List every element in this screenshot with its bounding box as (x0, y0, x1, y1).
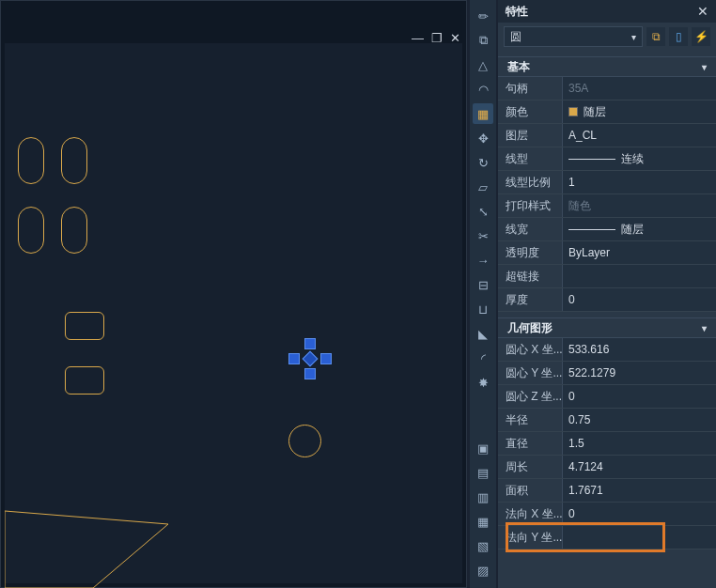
prop-area: 面积 1.7671 (498, 479, 716, 503)
explode-icon[interactable]: ✸ (473, 372, 493, 393)
prop-printstyle: 打印样式 随色 (498, 194, 716, 218)
section-label: 几何图形 (507, 320, 553, 336)
array-icon[interactable]: ▦ (473, 103, 493, 124)
prop-transparency: 透明度 ByLayer (498, 241, 716, 265)
panel-close-icon[interactable]: ✕ (697, 4, 708, 19)
prop-handle: 句柄 35A (498, 77, 716, 101)
drawing-canvas[interactable]: — ❐ ✕ (0, 0, 467, 588)
prop-radius: 半径 0.75 (498, 409, 716, 432)
color-swatch-icon (568, 107, 578, 116)
break-icon[interactable]: ⊟ (473, 274, 493, 295)
shape-slot (18, 137, 44, 184)
prop-hyperlink: 超链接 (498, 265, 716, 288)
shape-slot (61, 137, 87, 184)
shape-slot (18, 207, 44, 254)
panel-title: 特性 (506, 4, 528, 20)
panel-header: 特性 ✕ (498, 0, 716, 23)
select-objects-icon[interactable]: ▯ (669, 27, 688, 46)
fillet-icon[interactable]: ◜ (473, 348, 493, 368)
prop-thickness: 厚度 0 (498, 288, 716, 312)
layer-2-icon[interactable]: ▤ (473, 462, 493, 483)
prop-center-z: 圆心 Z 坐... 0 (498, 385, 716, 409)
line-sample-icon (568, 229, 615, 230)
layer-4-icon[interactable]: ▦ (473, 511, 493, 532)
selection-cursor (287, 336, 334, 383)
section-basic[interactable]: 基本 ▾ (498, 56, 716, 77)
prop-center-x: 圆心 X 坐... 533.616 (498, 338, 716, 362)
selector-value: 圆 (510, 29, 521, 45)
shape-polyline (5, 503, 268, 588)
layer-1-icon[interactable]: ▣ (473, 438, 493, 458)
move-icon[interactable]: ✥ (473, 128, 493, 148)
prop-lineweight: 线宽 随层 (498, 218, 716, 241)
eraser-icon[interactable]: ✏ (473, 6, 493, 26)
prop-normal-x: 法向 X 坐... 0 (498, 503, 716, 526)
maximize-icon[interactable]: ❐ (431, 31, 443, 45)
trim-icon[interactable]: ✂ (473, 225, 493, 246)
extend-icon[interactable]: → (473, 250, 493, 271)
offset-icon[interactable]: ◠ (473, 79, 493, 100)
object-type-selector[interactable]: 圆 ▾ (504, 26, 643, 47)
section-geometry[interactable]: 几何图形 ▾ (498, 317, 716, 338)
prop-diameter: 直径 1.5 (498, 432, 716, 456)
mirror-icon[interactable]: △ (473, 54, 493, 75)
chamfer-icon[interactable]: ◣ (473, 323, 493, 344)
minimize-icon[interactable]: — (412, 31, 424, 45)
prop-linescale: 线型比例 1 (498, 171, 716, 194)
scale-icon[interactable]: ▱ (473, 177, 493, 197)
layer-3-icon[interactable]: ▥ (473, 487, 493, 507)
rotate-icon[interactable]: ↻ (473, 152, 493, 173)
properties-panel: 特性 ✕ 圆 ▾ ⧉ ▯ ⚡ 基本 ▾ 句柄 35A 颜色 随层 图层 A_CL… (498, 0, 716, 588)
layer-6-icon[interactable]: ▨ (473, 560, 493, 580)
viewport[interactable] (5, 43, 462, 583)
prop-center-y: 圆心 Y 坐... 522.1279 (498, 362, 716, 385)
tool-column: ✏ ⧉ △ ◠ ▦ ✥ ↻ ▱ ⤡ ✂ → ⊟ ⊔ ◣ ◜ ✸ ▣ ▤ ▥ ▦ … (470, 0, 496, 588)
shape-rrect (65, 366, 104, 395)
join-icon[interactable]: ⊔ (473, 299, 493, 319)
prop-circumference: 周长 4.7124 (498, 456, 716, 479)
prop-color: 颜色 随层 (498, 101, 716, 124)
chevron-down-icon: ▾ (702, 62, 707, 72)
close-icon[interactable]: ✕ (450, 31, 460, 45)
stretch-icon[interactable]: ⤡ (473, 201, 493, 222)
prop-normal-y: 法向 Y 坐... (498, 526, 716, 549)
quick-select-icon[interactable]: ⚡ (692, 27, 710, 46)
shape-rrect (65, 312, 104, 340)
prop-linetype: 线型 连续 (498, 147, 716, 171)
chevron-down-icon: ▾ (702, 323, 707, 333)
copy-icon[interactable]: ⧉ (473, 30, 493, 51)
shape-circle (288, 425, 321, 457)
line-sample-icon (568, 159, 615, 160)
shape-slot (61, 207, 87, 254)
layer-5-icon[interactable]: ▧ (473, 535, 493, 556)
section-label: 基本 (507, 59, 530, 75)
prop-layer: 图层 A_CL (498, 124, 716, 147)
toggle-pickadd-icon[interactable]: ⧉ (646, 27, 665, 46)
chevron-down-icon: ▾ (631, 32, 636, 42)
